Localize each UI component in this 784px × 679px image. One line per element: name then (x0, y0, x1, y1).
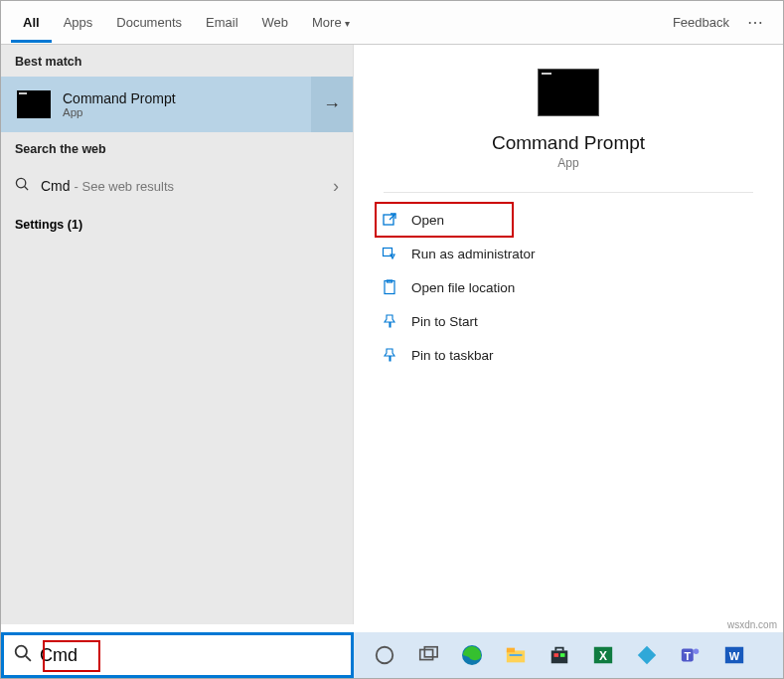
search-icon (15, 177, 31, 196)
svg-rect-17 (554, 653, 559, 657)
search-scope-tabs: All Apps Documents Email Web More ▾ Feed… (1, 1, 783, 45)
admin-icon (382, 246, 397, 261)
svg-text:T: T (684, 650, 691, 662)
result-title: Command Prompt (63, 90, 176, 106)
svg-point-0 (16, 178, 25, 187)
watermark: wsxdn.com (727, 619, 777, 630)
svg-rect-14 (507, 648, 515, 653)
tab-all[interactable]: All (11, 3, 52, 43)
bottom-bar: X T W (1, 632, 783, 678)
best-match-result[interactable]: Command Prompt App → (1, 77, 353, 132)
tab-web[interactable]: Web (250, 3, 301, 43)
svg-point-22 (694, 649, 700, 655)
action-run-admin[interactable]: Run as administrator (382, 237, 755, 270)
svg-rect-15 (510, 654, 523, 656)
svg-text:W: W (729, 650, 740, 662)
expand-arrow-icon[interactable]: → (311, 77, 353, 132)
tab-email[interactable]: Email (194, 3, 250, 43)
svg-line-1 (25, 186, 29, 190)
svg-rect-11 (424, 647, 437, 657)
store-icon[interactable] (547, 642, 572, 668)
action-label: Open (411, 213, 444, 228)
feedback-link[interactable]: Feedback (663, 15, 739, 30)
search-icon (14, 644, 32, 666)
action-pin-taskbar[interactable]: Pin to taskbar (382, 338, 755, 372)
command-prompt-icon (17, 90, 51, 118)
tab-more[interactable]: More ▾ (300, 3, 362, 43)
explorer-icon[interactable] (503, 642, 529, 668)
svg-rect-10 (420, 650, 433, 660)
web-hint-text: - See web results (75, 179, 174, 194)
svg-line-8 (26, 656, 31, 661)
search-box[interactable] (1, 632, 354, 678)
task-view-icon[interactable] (415, 642, 441, 668)
svg-rect-2 (384, 215, 393, 225)
svg-text:X: X (599, 649, 607, 663)
open-icon (382, 212, 397, 228)
kodi-icon[interactable] (634, 642, 660, 668)
chevron-down-icon: ▾ (345, 18, 350, 29)
web-query-text: Cmd (41, 178, 71, 194)
action-label: Run as administrator (411, 247, 536, 261)
web-result-row[interactable]: Cmd - See web results › (1, 164, 353, 208)
command-prompt-icon (538, 69, 599, 116)
action-open[interactable]: Open (376, 203, 513, 237)
pin-icon (382, 313, 397, 329)
settings-heading[interactable]: Settings (1) (1, 208, 353, 242)
svg-point-7 (16, 646, 27, 657)
result-subtitle: App (63, 106, 176, 118)
edge-icon[interactable] (459, 642, 485, 668)
search-input[interactable] (40, 640, 351, 670)
svg-rect-16 (551, 650, 568, 663)
svg-point-9 (377, 647, 393, 664)
taskbar: X T W (354, 632, 783, 678)
action-label: Pin to taskbar (411, 348, 494, 363)
excel-icon[interactable]: X (590, 642, 616, 668)
best-match-heading: Best match (1, 45, 353, 77)
results-panel: Best match Command Prompt App → Search t… (1, 45, 354, 624)
svg-rect-18 (560, 653, 565, 657)
overflow-menu-icon[interactable]: ⋯ (739, 13, 773, 32)
word-icon[interactable]: W (721, 642, 747, 668)
tab-documents[interactable]: Documents (104, 3, 194, 43)
action-label: Pin to Start (411, 314, 478, 329)
teams-icon[interactable]: T (678, 642, 704, 668)
action-open-location[interactable]: Open file location (382, 270, 755, 304)
cortana-icon[interactable] (372, 642, 397, 668)
action-pin-start[interactable]: Pin to Start (382, 304, 755, 338)
action-label: Open file location (411, 280, 515, 295)
pin-icon (382, 347, 397, 363)
search-web-heading: Search the web (1, 132, 353, 164)
tab-apps[interactable]: Apps (52, 3, 105, 43)
preview-panel: Command Prompt App Open Run as administr… (354, 45, 783, 624)
preview-title: Command Prompt (492, 132, 645, 154)
preview-subtitle: App (557, 156, 578, 170)
folder-icon (382, 279, 397, 295)
chevron-right-icon: › (333, 176, 339, 197)
